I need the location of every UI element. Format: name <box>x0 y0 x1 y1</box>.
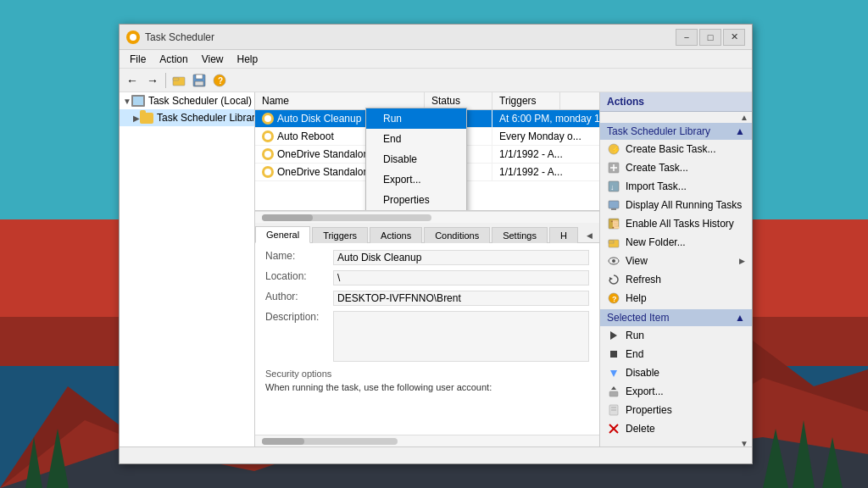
scrollbar-thumb[interactable] <box>262 214 313 221</box>
tab-nav: ◀ ▶ <box>580 229 599 242</box>
action-create-task[interactable]: Create Task... <box>600 158 752 177</box>
task-trigger-0: At 6:00 PM, monday 1 of Jan... <box>492 110 599 127</box>
action-new-folder[interactable]: New Folder... <box>600 233 752 252</box>
action-display-running[interactable]: Display All Running Tasks <box>600 196 752 214</box>
svg-rect-34 <box>610 351 617 358</box>
selected-disable[interactable]: Disable <box>600 363 752 382</box>
selected-item-header: Selected Item ▲ <box>600 309 752 326</box>
refresh-label: Refresh <box>626 274 661 286</box>
tree-item-library-label: Task Scheduler Library <box>157 112 255 124</box>
help-action-label: Help <box>626 292 647 304</box>
new-folder-icon <box>607 236 620 249</box>
svg-rect-22 <box>609 201 619 208</box>
ctx-delete[interactable]: Delete <box>366 210 466 211</box>
close-button[interactable]: ✕ <box>723 29 745 46</box>
window-title: Task Scheduler <box>145 31 676 43</box>
detail-author-row: Author: DESKTOP-IVFFNNO\Brent <box>265 291 589 306</box>
tab-settings[interactable]: Settings <box>492 227 548 243</box>
location-value: \ <box>333 270 589 286</box>
tab-h[interactable]: H <box>549 227 578 243</box>
help-toolbar-button[interactable]: ? <box>210 71 229 90</box>
save-button[interactable] <box>190 71 209 90</box>
tab-actions[interactable]: Actions <box>370 227 422 243</box>
selected-run-label: Run <box>626 330 644 341</box>
svg-rect-36 <box>609 391 618 396</box>
ctx-run[interactable]: Run <box>366 108 466 129</box>
refresh-icon <box>607 273 620 286</box>
menu-file[interactable]: File <box>123 52 153 67</box>
actions-scroll-up[interactable]: ▲ <box>600 112 752 123</box>
open-button[interactable] <box>170 71 188 90</box>
tab-triggers[interactable]: Triggers <box>312 227 368 243</box>
bottom-scrollbar-thumb[interactable] <box>262 438 304 445</box>
menu-help[interactable]: Help <box>231 52 265 67</box>
svg-text:↓: ↓ <box>610 183 615 191</box>
ctx-end[interactable]: End <box>366 129 466 149</box>
selected-run[interactable]: Run <box>600 326 752 345</box>
detail-panel: Name: Auto Disk Cleanup Location: \ Auth… <box>255 243 599 435</box>
title-bar-buttons: − □ ✕ <box>676 29 745 46</box>
view-label: View <box>626 255 648 267</box>
actions-scroll-down[interactable]: ▼ <box>600 438 752 446</box>
forward-button[interactable]: → <box>143 71 162 90</box>
selected-properties-label: Properties <box>626 404 672 416</box>
task-icon-2 <box>262 148 274 160</box>
tab-nav-left[interactable]: ◀ <box>583 229 597 242</box>
action-view[interactable]: View ▶ <box>600 252 752 270</box>
action-help[interactable]: ? Help <box>600 289 752 308</box>
menu-view[interactable]: View <box>195 52 231 67</box>
tab-bar: General Triggers Actions Conditions Sett… <box>255 223 599 243</box>
tab-conditions[interactable]: Conditions <box>424 227 490 243</box>
scroll-up-icon: ▲ <box>740 113 748 122</box>
center-panel: Name Status Triggers Auto Disk Cleanup R… <box>255 92 599 446</box>
svg-marker-35 <box>610 370 617 377</box>
detail-description-row: Description: <box>265 311 589 362</box>
import-task-label: Import Task... <box>626 180 687 192</box>
action-import-task[interactable]: ↓ Import Task... <box>600 177 752 196</box>
selected-export-label: Export... <box>626 385 664 397</box>
task-icon-1 <box>262 130 274 142</box>
detail-name-row: Name: Auto Disk Cleanup <box>265 250 589 265</box>
ctx-disable[interactable]: Disable <box>366 149 466 169</box>
bottom-scrollbar-track[interactable] <box>262 438 398 445</box>
horizontal-scroll[interactable] <box>255 211 599 223</box>
name-label: Name: <box>265 250 333 265</box>
context-menu: Run End Disable Export... Properties Del… <box>365 108 467 211</box>
tab-general[interactable]: General <box>255 226 310 243</box>
task-trigger-1: Every Monday o... <box>492 128 599 145</box>
ctx-export[interactable]: Export... <box>366 169 466 190</box>
minimize-button[interactable]: − <box>676 29 698 46</box>
svg-text:⚡: ⚡ <box>611 145 620 155</box>
tree-item-local[interactable]: ▼ Task Scheduler (Local) <box>120 92 254 109</box>
tasks-table[interactable]: Name Status Triggers Auto Disk Cleanup R… <box>255 92 599 211</box>
library-section-arrow: ▲ <box>735 125 745 137</box>
action-create-basic[interactable]: ⚡ Create Basic Task... <box>600 140 752 158</box>
scrollbar-track[interactable] <box>262 214 431 221</box>
toolbar-separator <box>165 73 166 88</box>
maximize-button[interactable]: □ <box>699 29 721 46</box>
action-enable-history[interactable]: 📜 Enable All Tasks History <box>600 214 752 233</box>
status-bar <box>120 446 752 463</box>
author-label: Author: <box>265 291 333 306</box>
action-refresh[interactable]: Refresh <box>600 270 752 289</box>
menu-action[interactable]: Action <box>153 52 194 67</box>
back-button[interactable]: ← <box>123 71 142 90</box>
col-triggers: Triggers <box>492 92 560 109</box>
actions-header: Actions <box>600 92 752 112</box>
tree-item-local-label: Task Scheduler (Local) <box>148 95 252 107</box>
selected-export[interactable]: Export... <box>600 382 752 401</box>
selected-delete[interactable]: Delete <box>600 419 752 438</box>
bottom-scroll[interactable] <box>255 435 599 446</box>
library-expand-icon: ▶ <box>133 114 140 123</box>
display-running-label: Display All Running Tasks <box>626 199 742 211</box>
name-value: Auto Disk Cleanup <box>333 250 589 265</box>
library-section-header: Task Scheduler Library ▲ <box>600 123 752 140</box>
toolbar: ← → ? <box>120 69 752 92</box>
selected-end[interactable]: End <box>600 345 752 363</box>
selected-delete-icon <box>607 422 620 435</box>
svg-rect-11 <box>196 75 203 79</box>
ctx-properties[interactable]: Properties <box>366 190 466 210</box>
svg-point-29 <box>612 259 615 263</box>
selected-properties[interactable]: Properties <box>600 401 752 419</box>
tree-item-library[interactable]: ▶ Task Scheduler Library <box>120 109 254 126</box>
